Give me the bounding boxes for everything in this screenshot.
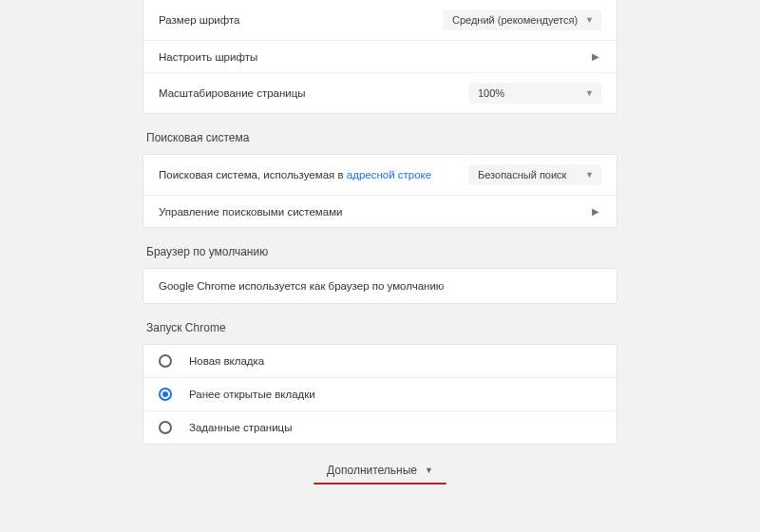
customize-fonts-row[interactable]: Настроить шрифты ▶ [143,40,617,72]
search-engine-card: Поисковая система, используемая в адресн… [142,154,618,228]
caret-down-icon: ▼ [585,88,594,98]
default-browser-info: Google Chrome используется как браузер п… [143,269,617,303]
search-engine-value: Безопасный поиск [478,169,566,180]
caret-down-icon: ▼ [425,466,433,475]
manage-search-engines-label: Управление поисковыми системами [159,206,342,218]
page-zoom-value: 100% [478,87,504,99]
advanced-label: Дополнительные [327,464,417,477]
on-startup-card: Новая вкладка Ранее открытые вкладки Зад… [142,344,618,445]
radio-icon[interactable] [159,354,172,368]
advanced-section: Дополнительные ▼ [142,464,618,484]
font-size-value: Средний (рекомендуется) [452,14,578,26]
on-startup-title: Запуск Chrome [146,321,618,334]
appearance-card: Размер шрифта Средний (рекомендуется) ▼ … [142,0,618,114]
default-browser-card: Google Chrome используется как браузер п… [142,268,618,304]
startup-option-label: Ранее открытые вкладки [189,389,315,400]
search-engine-row[interactable]: Поисковая система, используемая в адресн… [143,155,617,195]
address-bar-link[interactable]: адресной строке [347,169,431,180]
customize-fonts-label: Настроить шрифты [159,51,257,63]
font-size-select[interactable]: Средний (рекомендуется) ▼ [443,10,601,30]
caret-down-icon: ▼ [585,170,594,180]
advanced-button[interactable]: Дополнительные ▼ [327,464,433,477]
startup-option-continue[interactable]: Ранее открытые вкладки [143,377,617,410]
page-zoom-select[interactable]: 100% ▼ [468,83,601,104]
search-engine-label: Поисковая система, используемая в адресн… [159,169,431,180]
highlight-underline [314,483,446,484]
font-size-label: Размер шрифта [159,14,240,26]
startup-option-specific[interactable]: Заданные страницы [143,410,617,444]
startup-option-label: Новая вкладка [189,355,264,367]
page-zoom-label: Масштабирование страницы [159,87,306,99]
radio-icon[interactable] [159,421,172,434]
page-zoom-row[interactable]: Масштабирование страницы 100% ▼ [143,72,617,113]
startup-option-label: Заданные страницы [189,422,292,433]
chevron-right-icon: ▶ [592,206,601,217]
chevron-right-icon: ▶ [592,51,601,62]
radio-icon[interactable] [159,388,172,401]
caret-down-icon: ▼ [585,15,594,25]
startup-option-new-tab[interactable]: Новая вкладка [143,345,617,377]
manage-search-engines-row[interactable]: Управление поисковыми системами ▶ [143,195,617,227]
search-engine-select[interactable]: Безопасный поиск ▼ [468,164,601,185]
default-browser-title: Браузер по умолчанию [146,245,618,258]
search-engine-title: Поисковая система [146,131,618,144]
font-size-row[interactable]: Размер шрифта Средний (рекомендуется) ▼ [143,0,617,40]
